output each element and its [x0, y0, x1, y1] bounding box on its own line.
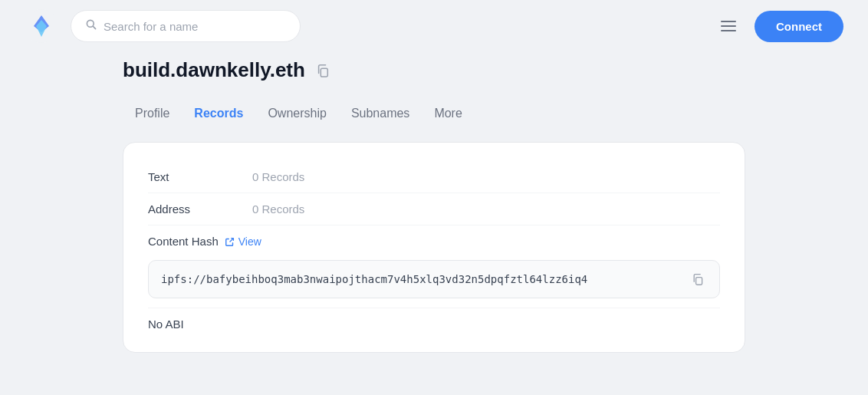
no-abi-row: No ABI: [148, 308, 720, 334]
svg-rect-2: [321, 68, 327, 77]
navbar: Connect: [0, 0, 868, 52]
tabs: Profile Records Ownership Subnames More: [123, 100, 745, 127]
content-hash-row: Content Hash View: [148, 225, 720, 257]
ens-name: build.dawnkelly.eth: [123, 58, 305, 82]
search-icon: [85, 18, 97, 34]
records-card: Text 0 Records Address 0 Records Content…: [123, 142, 745, 353]
search-bar: [71, 10, 301, 42]
text-record-row: Text 0 Records: [148, 161, 720, 193]
connect-button[interactable]: Connect: [755, 11, 843, 42]
content-hash-value: ipfs://bafybeihboq3mab3nwaipojthacm7v4h5…: [161, 273, 679, 285]
view-label: View: [238, 235, 261, 248]
address-label: Address: [148, 202, 240, 216]
tab-subnames[interactable]: Subnames: [339, 100, 422, 127]
content-hash-label: Content Hash: [148, 235, 219, 248]
address-value: 0 Records: [252, 202, 304, 216]
main-content: build.dawnkelly.eth Profile Records Owne…: [0, 52, 868, 377]
no-abi-label: No ABI: [148, 318, 184, 331]
search-input[interactable]: [104, 20, 286, 33]
address-record-row: Address 0 Records: [148, 193, 720, 225]
menu-button[interactable]: [715, 15, 742, 38]
ens-name-row: build.dawnkelly.eth: [123, 58, 745, 82]
text-label: Text: [148, 170, 240, 183]
logo[interactable]: [25, 9, 58, 43]
svg-rect-3: [696, 278, 702, 285]
hash-box: ipfs://bafybeihboq3mab3nwaipojthacm7v4h5…: [148, 260, 720, 298]
view-link[interactable]: View: [225, 235, 261, 248]
copy-name-button[interactable]: [313, 61, 333, 81]
tab-records[interactable]: Records: [182, 100, 255, 127]
copy-hash-button[interactable]: [689, 270, 707, 288]
tab-profile[interactable]: Profile: [123, 100, 182, 127]
tab-more[interactable]: More: [422, 100, 474, 127]
tab-ownership[interactable]: Ownership: [255, 100, 338, 127]
text-value: 0 Records: [252, 170, 304, 183]
